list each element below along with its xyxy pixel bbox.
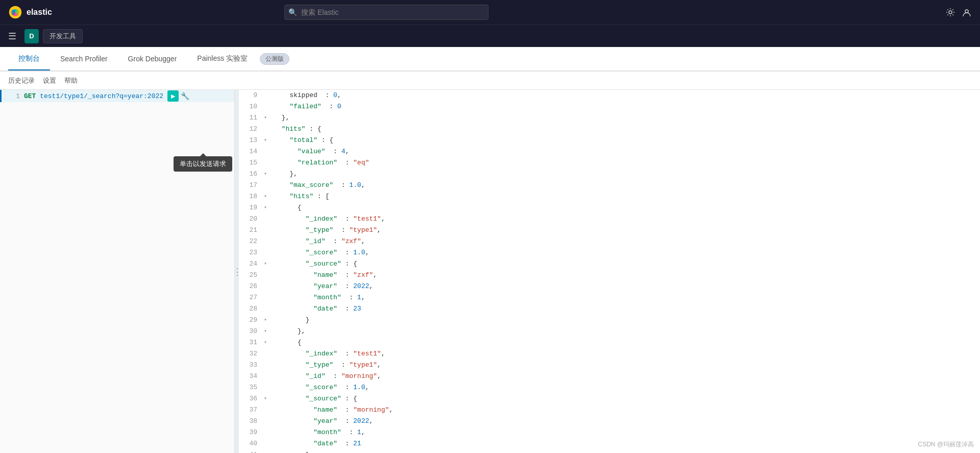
fold-toggle (261, 90, 270, 101)
fold-toggle (261, 146, 270, 157)
wrench-icon[interactable]: 🔧 (181, 92, 189, 100)
line-number: 13 (239, 135, 261, 146)
tab-search-profiler[interactable]: Search Profiler (50, 49, 118, 70)
fold-toggle[interactable]: ▾ (261, 326, 270, 337)
line-content: "year" : 2022, (270, 281, 980, 292)
line-number: 9 (239, 90, 261, 101)
history-button[interactable]: 历史记录 (8, 74, 35, 87)
line-number: 39 (239, 427, 261, 438)
line-number: 35 (239, 382, 261, 393)
settings-icon-btn[interactable] (945, 7, 955, 17)
global-search[interactable]: 🔍 (284, 5, 488, 20)
fold-toggle (261, 247, 270, 258)
output-line: 35 "_score" : 1.0, (239, 382, 980, 393)
line-content: { (270, 337, 980, 348)
output-line: 25 "name" : "zxf", (239, 270, 980, 281)
line-content: "_index" : "test1", (270, 348, 980, 360)
line-content: }, (270, 326, 980, 337)
fold-toggle[interactable]: ▾ (261, 393, 270, 404)
output-line: 22 "_id" : "zxf", (239, 236, 980, 247)
line-number: 34 (239, 371, 261, 382)
output-line: 23 "_score" : 1.0, (239, 247, 980, 258)
watermark: CSDN @玛丽莲淖高 (918, 440, 974, 449)
output-line: 20 "_index" : "test1", (239, 213, 980, 225)
fold-toggle[interactable]: ▾ (261, 202, 270, 213)
fold-toggle[interactable]: ▾ (261, 315, 270, 326)
output-line: 41▾ } (239, 449, 980, 453)
line-content: "_id" : "morning", (270, 371, 980, 382)
line-number: 16 (239, 169, 261, 180)
hamburger-button[interactable]: ☰ (8, 31, 16, 42)
fold-toggle[interactable]: ▾ (261, 258, 270, 270)
line-content: } (270, 449, 980, 453)
line-number: 20 (239, 213, 261, 225)
line-number-1: 1 (6, 92, 20, 100)
tab-painless-lab[interactable]: Painless 实验室 (187, 48, 258, 70)
output-line: 21 "_type" : "type1", (239, 225, 980, 236)
line-content: } (270, 315, 980, 326)
sub-toolbar: 历史记录 设置 帮助 200 - OK 9 ms (0, 71, 980, 90)
send-request-button[interactable]: ▶ (167, 90, 179, 102)
fold-toggle (261, 236, 270, 247)
fold-toggle[interactable]: ▾ (261, 112, 270, 124)
line-number: 11 (239, 112, 261, 124)
help-button[interactable]: 帮助 (64, 74, 78, 87)
fold-toggle[interactable]: ▾ (261, 169, 270, 180)
line-number: 36 (239, 393, 261, 404)
line-number: 24 (239, 258, 261, 270)
output-line: 37 "name" : "morning", (239, 404, 980, 416)
dev-tools-button[interactable]: 开发工具 (43, 29, 83, 43)
fold-toggle[interactable]: ▾ (261, 191, 270, 202)
fold-toggle (261, 281, 270, 292)
output-panel: 9 skipped : 0,10 "failed" : 011▾ },12 "h… (239, 90, 980, 453)
output-line: 16▾ }, (239, 169, 980, 180)
line-content: "_index" : "test1", (270, 213, 980, 225)
beta-badge-button[interactable]: 公测版 (260, 53, 289, 65)
svg-point-4 (16, 10, 19, 15)
fold-toggle (261, 124, 270, 135)
fold-toggle[interactable]: ▾ (261, 449, 270, 453)
line-number: 38 (239, 416, 261, 427)
elastic-logo[interactable]: elastic (8, 5, 52, 19)
line-content: "_source" : { (270, 393, 980, 404)
line-content: "_type" : "type1", (270, 225, 980, 236)
output-line: 36▾ "_source" : { (239, 393, 980, 404)
line-number: 40 (239, 438, 261, 449)
output-line: 29▾ } (239, 315, 980, 326)
line-content: "_source" : { (270, 258, 980, 270)
line-content: "_type" : "type1", (270, 360, 980, 371)
panel-divider[interactable]: ⋮ (235, 90, 239, 453)
output-area[interactable]: 9 skipped : 0,10 "failed" : 011▾ },12 "h… (239, 90, 980, 453)
user-avatar[interactable]: D (24, 29, 39, 43)
line-content: "value" : 4, (270, 146, 980, 157)
fold-toggle (261, 360, 270, 371)
fold-toggle (261, 292, 270, 303)
output-line: 40 "date" : 21 (239, 438, 980, 449)
tab-console[interactable]: 控制台 (8, 48, 50, 70)
fold-toggle[interactable]: ▾ (261, 135, 270, 146)
line-number: 32 (239, 348, 261, 360)
http-method: GET (24, 92, 36, 100)
output-line: 27 "month" : 1, (239, 292, 980, 303)
line-number: 29 (239, 315, 261, 326)
line-content: "total" : { (270, 135, 980, 146)
second-nav: ☰ D 开发工具 (0, 25, 980, 47)
search-input[interactable] (284, 5, 488, 20)
line-content: "date" : 21 (270, 438, 980, 449)
nav-right-icons (945, 7, 972, 17)
fold-toggle (261, 404, 270, 416)
output-line: 39 "month" : 1, (239, 427, 980, 438)
line-number: 26 (239, 281, 261, 292)
settings-button[interactable]: 设置 (43, 74, 56, 87)
output-line: 19▾ { (239, 202, 980, 213)
tab-grok-debugger[interactable]: Grok Debugger (118, 49, 187, 70)
line-content: "_id" : "zxf", (270, 236, 980, 247)
user-menu-btn[interactable] (962, 7, 972, 17)
line-number: 25 (239, 270, 261, 281)
fold-toggle[interactable]: ▾ (261, 337, 270, 348)
line-content: "hits" : [ (270, 191, 980, 202)
output-line: 13▾ "total" : { (239, 135, 980, 146)
output-line: 38 "year" : 2022, (239, 416, 980, 427)
fold-toggle (261, 427, 270, 438)
request-url: test1/type1/_search?q=year:2022 (40, 92, 163, 100)
